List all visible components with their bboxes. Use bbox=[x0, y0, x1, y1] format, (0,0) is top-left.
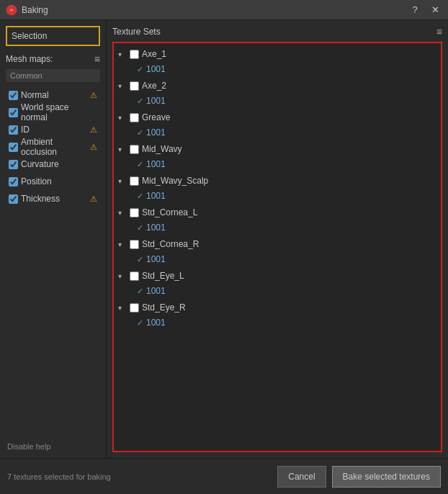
ts-tile-value[interactable]: 1001 bbox=[146, 223, 166, 233]
mesh-maps-header: Mesh maps: ≡ bbox=[6, 53, 100, 65]
map-label-normal: Normal bbox=[21, 90, 87, 100]
map-checkbox-position[interactable] bbox=[9, 177, 18, 187]
texture-set-header-std_eye_l[interactable]: ▾Std_Eye_L bbox=[114, 268, 441, 284]
texture-set-header-axe_1[interactable]: ▾Axe_1 bbox=[114, 46, 441, 62]
map-item-world-space-normal: World space normal bbox=[6, 104, 100, 121]
texture-set-group-mid_wavy: ▾Mid_Wavy✓1001 bbox=[114, 141, 441, 171]
ts-checkbox-axe_1[interactable] bbox=[130, 50, 139, 59]
selection-label: Selection bbox=[12, 31, 47, 41]
warn-icon-thickness: ⚠ bbox=[90, 194, 97, 204]
ts-tile-mid_wavy_scalp-1001: ✓1001 bbox=[114, 189, 441, 203]
texture-set-group-std_eye_r: ▾Std_Eye_R✓1001 bbox=[114, 300, 441, 330]
map-checkbox-curvature[interactable] bbox=[9, 160, 18, 169]
texture-set-header-mid_wavy_scalp[interactable]: ▾Mid_Wavy_Scalp bbox=[114, 173, 441, 189]
filter-icon[interactable]: ≡ bbox=[94, 53, 100, 65]
map-checkbox-normal[interactable] bbox=[9, 91, 18, 100]
chevron-down-icon: ▾ bbox=[118, 209, 127, 217]
map-label-position: Position bbox=[21, 176, 97, 187]
checkmark-icon: ✓ bbox=[137, 65, 143, 74]
checkmark-icon: ✓ bbox=[137, 255, 143, 264]
ts-checkbox-axe_2[interactable] bbox=[130, 81, 139, 91]
ts-checkbox-std_eye_l[interactable] bbox=[130, 271, 139, 281]
ts-tile-value[interactable]: 1001 bbox=[146, 254, 166, 264]
map-items-list: Normal⚠World space normalID⚠Ambient occl… bbox=[6, 86, 100, 207]
ts-checkbox-greave[interactable] bbox=[130, 113, 139, 122]
disable-help-link[interactable]: Disable help bbox=[7, 442, 51, 451]
checkmark-icon: ✓ bbox=[137, 318, 143, 328]
ts-tile-value[interactable]: 1001 bbox=[146, 127, 166, 138]
map-item-position: Position bbox=[6, 173, 100, 190]
ts-tile-value[interactable]: 1001 bbox=[146, 159, 166, 169]
map-label-id: ID bbox=[21, 125, 87, 135]
map-checkbox-ambient-occlusion[interactable] bbox=[9, 143, 18, 152]
app-icon bbox=[6, 4, 17, 16]
checkmark-icon: ✓ bbox=[137, 96, 143, 106]
texture-sets-list[interactable]: ▾Axe_1✓1001▾Axe_2✓1001▾Greave✓1001▾Mid_W… bbox=[112, 42, 442, 452]
ts-checkbox-std_eye_r[interactable] bbox=[130, 303, 139, 313]
texture-sets-filter-icon[interactable]: ≡ bbox=[436, 26, 442, 37]
ts-tile-axe_1-1001: ✓1001 bbox=[114, 62, 441, 76]
close-button[interactable]: ✕ bbox=[428, 3, 442, 17]
ts-name-std_cornea_r: Std_Cornea_R bbox=[142, 239, 199, 249]
status-text: 7 textures selected for baking bbox=[7, 472, 272, 481]
map-item-id: ID⚠ bbox=[6, 121, 100, 138]
ts-name-std_eye_l: Std_Eye_L bbox=[142, 271, 184, 281]
common-label: Common bbox=[6, 69, 100, 82]
ts-tile-mid_wavy-1001: ✓1001 bbox=[114, 157, 441, 171]
ts-checkbox-std_cornea_r[interactable] bbox=[130, 240, 139, 249]
mesh-maps-label: Mesh maps: bbox=[6, 54, 53, 64]
texture-set-header-std_cornea_l[interactable]: ▾Std_Cornea_L bbox=[114, 205, 441, 220]
chevron-down-icon: ▾ bbox=[118, 241, 127, 248]
chevron-down-icon: ▾ bbox=[118, 82, 127, 90]
ts-tile-value[interactable]: 1001 bbox=[146, 96, 166, 106]
warn-icon-ambient-occlusion: ⚠ bbox=[90, 143, 97, 152]
ts-tile-value[interactable]: 1001 bbox=[146, 286, 166, 296]
ts-checkbox-mid_wavy[interactable] bbox=[130, 145, 139, 154]
cancel-button[interactable]: Cancel bbox=[277, 466, 326, 488]
texture-set-group-axe_2: ▾Axe_2✓1001 bbox=[114, 78, 441, 108]
texture-set-group-greave: ▾Greave✓1001 bbox=[114, 109, 441, 140]
ts-tile-greave-1001: ✓1001 bbox=[114, 125, 441, 140]
chevron-down-icon: ▾ bbox=[118, 272, 127, 280]
selection-box[interactable]: Selection bbox=[6, 26, 100, 46]
ts-checkbox-mid_wavy_scalp[interactable] bbox=[130, 176, 139, 186]
chevron-down-icon: ▾ bbox=[118, 114, 127, 122]
bake-selected-button[interactable]: Bake selected textures bbox=[332, 466, 441, 488]
window-title: Baking bbox=[22, 5, 408, 15]
warn-icon-id: ⚠ bbox=[90, 125, 97, 135]
help-button[interactable]: ? bbox=[408, 3, 422, 17]
ts-checkbox-std_cornea_l[interactable] bbox=[130, 208, 139, 217]
ts-tile-value[interactable]: 1001 bbox=[146, 191, 166, 201]
map-label-thickness: Thickness bbox=[21, 194, 87, 204]
warn-icon-normal: ⚠ bbox=[90, 91, 97, 100]
map-item-thickness: Thickness⚠ bbox=[6, 190, 100, 207]
checkmark-icon: ✓ bbox=[137, 287, 143, 296]
window-controls: ? ✕ bbox=[408, 3, 442, 17]
texture-set-header-std_cornea_r[interactable]: ▾Std_Cornea_R bbox=[114, 236, 441, 252]
checkmark-icon: ✓ bbox=[137, 192, 143, 201]
texture-set-header-greave[interactable]: ▾Greave bbox=[114, 109, 441, 125]
texture-set-header-mid_wavy[interactable]: ▾Mid_Wavy bbox=[114, 141, 441, 157]
ts-name-mid_wavy: Mid_Wavy bbox=[142, 144, 182, 154]
texture-set-header-std_eye_r[interactable]: ▾Std_Eye_R bbox=[114, 300, 441, 315]
ts-tile-value[interactable]: 1001 bbox=[146, 318, 166, 328]
texture-sets-header: Texture Sets ≡ bbox=[112, 26, 442, 37]
texture-set-group-std_eye_l: ▾Std_Eye_L✓1001 bbox=[114, 268, 441, 298]
map-checkbox-thickness[interactable] bbox=[9, 194, 18, 204]
texture-set-group-std_cornea_l: ▾Std_Cornea_L✓1001 bbox=[114, 205, 441, 235]
map-item-ambient-occlusion: Ambient occlusion⚠ bbox=[6, 138, 100, 156]
ts-name-axe_2: Axe_2 bbox=[142, 81, 166, 91]
texture-set-header-axe_2[interactable]: ▾Axe_2 bbox=[114, 78, 441, 94]
chevron-down-icon: ▾ bbox=[118, 145, 127, 153]
map-checkbox-id[interactable] bbox=[9, 125, 18, 135]
bottom-bar: 7 textures selected for baking Cancel Ba… bbox=[0, 458, 448, 494]
ts-tile-axe_2-1001: ✓1001 bbox=[114, 94, 441, 108]
map-checkbox-world-space-normal[interactable] bbox=[9, 108, 18, 117]
map-label-world-space-normal: World space normal bbox=[21, 102, 97, 122]
map-label-curvature: Curvature bbox=[21, 159, 97, 169]
left-panel: Selection Mesh maps: ≡ Common Normal⚠Wor… bbox=[0, 20, 107, 458]
ts-name-axe_1: Axe_1 bbox=[142, 49, 166, 59]
ts-name-std_cornea_l: Std_Cornea_L bbox=[142, 207, 197, 217]
ts-tile-value[interactable]: 1001 bbox=[146, 64, 166, 74]
checkmark-icon: ✓ bbox=[137, 223, 143, 233]
